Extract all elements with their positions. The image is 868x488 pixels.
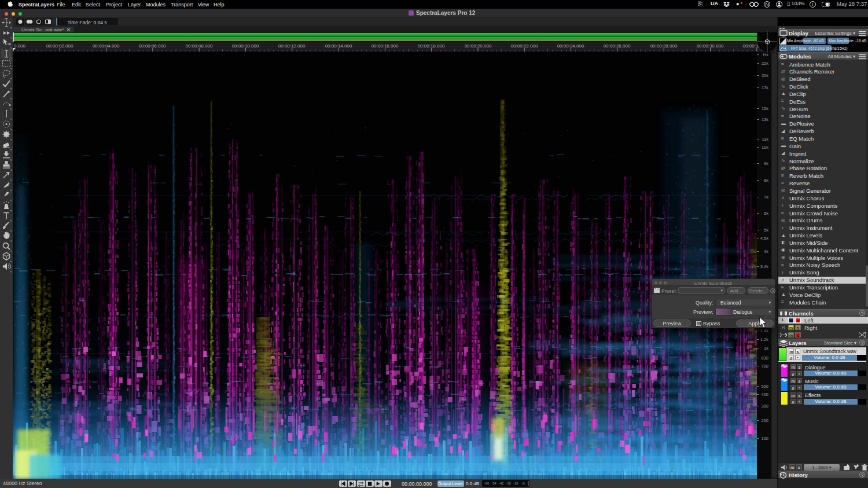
svg-text:00:00:24.000: 00:00:24.000 bbox=[557, 43, 584, 49]
svg-text:-18: -18 bbox=[513, 482, 518, 485]
svg-text:5k: 5k bbox=[764, 228, 768, 233]
svg-text:6k: 6k bbox=[764, 211, 768, 216]
svg-text:-6: -6 bbox=[522, 482, 525, 485]
svg-text:22k: 22k bbox=[762, 61, 768, 66]
svg-text:00:00:06.000: 00:00:06.000 bbox=[139, 43, 166, 49]
svg-text:500: 500 bbox=[761, 384, 768, 389]
svg-text:3.4k: 3.4k bbox=[760, 264, 768, 269]
svg-text:i: i bbox=[812, 2, 814, 7]
svg-text:10k: 10k bbox=[762, 145, 768, 150]
svg-text:1k: 1k bbox=[764, 346, 768, 351]
svg-text:100: 100 bbox=[761, 436, 768, 441]
svg-text:13k: 13k bbox=[762, 117, 768, 122]
svg-text:00:00:28.000: 00:00:28.000 bbox=[650, 43, 678, 49]
svg-text:00:00:18.000: 00:00:18.000 bbox=[418, 43, 445, 49]
svg-text:830: 830 bbox=[761, 355, 768, 361]
svg-text:00:00:04.000: 00:00:04.000 bbox=[93, 43, 120, 49]
svg-text:00:00:30.000: 00:00:30.000 bbox=[697, 43, 724, 49]
svg-text:-42: -42 bbox=[499, 482, 503, 485]
svg-text:200: 200 bbox=[761, 418, 768, 423]
svg-text:300: 300 bbox=[761, 403, 768, 409]
svg-text:-30: -30 bbox=[506, 482, 511, 485]
svg-text:8k: 8k bbox=[764, 178, 768, 183]
svg-text:1.2k: 1.2k bbox=[760, 337, 768, 342]
svg-text:9k: 9k bbox=[764, 161, 768, 166]
svg-text:00:00:20.000: 00:00:20.000 bbox=[465, 43, 492, 49]
svg-text:0.000: 0.000 bbox=[14, 43, 26, 49]
svg-text:700: 700 bbox=[761, 364, 768, 369]
svg-text:00:00:10.000: 00:00:10.000 bbox=[232, 43, 259, 49]
svg-text:00:00:02.000: 00:00:02.000 bbox=[46, 43, 73, 49]
svg-text:11k: 11k bbox=[762, 137, 768, 142]
svg-text:1.4k: 1.4k bbox=[760, 328, 768, 333]
svg-text:00:00:08.000: 00:00:08.000 bbox=[186, 43, 213, 49]
svg-text:00:00:16.000: 00:00:16.000 bbox=[372, 43, 399, 49]
svg-text:00:00:22.000: 00:00:22.000 bbox=[511, 43, 538, 49]
svg-text:00:00:14.000: 00:00:14.000 bbox=[325, 43, 352, 49]
svg-text:17k: 17k bbox=[762, 85, 768, 90]
svg-text:7k: 7k bbox=[764, 195, 768, 200]
svg-text:00:00:12.000: 00:00:12.000 bbox=[278, 43, 306, 49]
svg-text:00:00:26.000: 00:00:26.000 bbox=[604, 43, 631, 49]
svg-text:4.5k: 4.5k bbox=[760, 236, 768, 241]
svg-text:15k: 15k bbox=[762, 106, 768, 111]
svg-text:20k: 20k bbox=[762, 73, 768, 78]
svg-text:-66: -66 bbox=[484, 482, 489, 485]
svg-text:4k: 4k bbox=[764, 249, 768, 254]
svg-text:400: 400 bbox=[761, 392, 768, 397]
svg-text:-54: -54 bbox=[492, 482, 496, 485]
